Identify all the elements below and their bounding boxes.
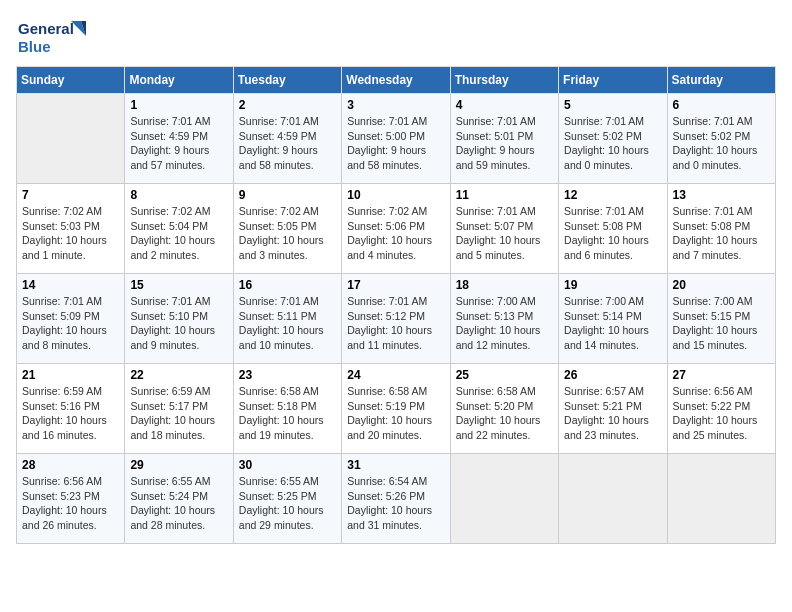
day-number: 20 [673, 278, 770, 292]
day-cell: 27Sunrise: 6:56 AMSunset: 5:22 PMDayligh… [667, 364, 775, 454]
day-number: 28 [22, 458, 119, 472]
day-number: 16 [239, 278, 336, 292]
day-cell: 18Sunrise: 7:00 AMSunset: 5:13 PMDayligh… [450, 274, 558, 364]
day-info: Sunrise: 7:01 AMSunset: 5:12 PMDaylight:… [347, 294, 444, 353]
day-info: Sunrise: 6:56 AMSunset: 5:22 PMDaylight:… [673, 384, 770, 443]
day-info: Sunrise: 7:00 AMSunset: 5:13 PMDaylight:… [456, 294, 553, 353]
day-cell: 8Sunrise: 7:02 AMSunset: 5:04 PMDaylight… [125, 184, 233, 274]
day-cell: 17Sunrise: 7:01 AMSunset: 5:12 PMDayligh… [342, 274, 450, 364]
day-number: 6 [673, 98, 770, 112]
day-cell: 29Sunrise: 6:55 AMSunset: 5:24 PMDayligh… [125, 454, 233, 544]
day-info: Sunrise: 7:01 AMSunset: 5:10 PMDaylight:… [130, 294, 227, 353]
day-number: 2 [239, 98, 336, 112]
day-number: 7 [22, 188, 119, 202]
day-info: Sunrise: 6:56 AMSunset: 5:23 PMDaylight:… [22, 474, 119, 533]
day-number: 10 [347, 188, 444, 202]
day-info: Sunrise: 7:01 AMSunset: 4:59 PMDaylight:… [239, 114, 336, 173]
day-info: Sunrise: 7:02 AMSunset: 5:04 PMDaylight:… [130, 204, 227, 263]
day-cell: 4Sunrise: 7:01 AMSunset: 5:01 PMDaylight… [450, 94, 558, 184]
day-info: Sunrise: 7:01 AMSunset: 5:08 PMDaylight:… [673, 204, 770, 263]
day-number: 18 [456, 278, 553, 292]
calendar-table: SundayMondayTuesdayWednesdayThursdayFrid… [16, 66, 776, 544]
day-cell [17, 94, 125, 184]
page-header: GeneralBlue [16, 16, 776, 56]
day-info: Sunrise: 7:02 AMSunset: 5:06 PMDaylight:… [347, 204, 444, 263]
day-info: Sunrise: 6:54 AMSunset: 5:26 PMDaylight:… [347, 474, 444, 533]
day-number: 17 [347, 278, 444, 292]
day-number: 11 [456, 188, 553, 202]
day-info: Sunrise: 7:02 AMSunset: 5:03 PMDaylight:… [22, 204, 119, 263]
logo-icon: GeneralBlue [16, 16, 96, 56]
day-cell: 20Sunrise: 7:00 AMSunset: 5:15 PMDayligh… [667, 274, 775, 364]
day-info: Sunrise: 6:55 AMSunset: 5:25 PMDaylight:… [239, 474, 336, 533]
day-cell: 13Sunrise: 7:01 AMSunset: 5:08 PMDayligh… [667, 184, 775, 274]
day-cell [450, 454, 558, 544]
day-info: Sunrise: 6:58 AMSunset: 5:20 PMDaylight:… [456, 384, 553, 443]
day-number: 27 [673, 368, 770, 382]
day-info: Sunrise: 6:57 AMSunset: 5:21 PMDaylight:… [564, 384, 661, 443]
day-info: Sunrise: 6:59 AMSunset: 5:16 PMDaylight:… [22, 384, 119, 443]
day-number: 25 [456, 368, 553, 382]
day-number: 31 [347, 458, 444, 472]
day-cell: 3Sunrise: 7:01 AMSunset: 5:00 PMDaylight… [342, 94, 450, 184]
week-row-4: 21Sunrise: 6:59 AMSunset: 5:16 PMDayligh… [17, 364, 776, 454]
day-info: Sunrise: 7:01 AMSunset: 5:08 PMDaylight:… [564, 204, 661, 263]
day-info: Sunrise: 6:55 AMSunset: 5:24 PMDaylight:… [130, 474, 227, 533]
day-cell: 31Sunrise: 6:54 AMSunset: 5:26 PMDayligh… [342, 454, 450, 544]
day-number: 19 [564, 278, 661, 292]
day-info: Sunrise: 7:01 AMSunset: 5:07 PMDaylight:… [456, 204, 553, 263]
day-cell: 24Sunrise: 6:58 AMSunset: 5:19 PMDayligh… [342, 364, 450, 454]
day-cell: 6Sunrise: 7:01 AMSunset: 5:02 PMDaylight… [667, 94, 775, 184]
day-number: 24 [347, 368, 444, 382]
header-cell-thursday: Thursday [450, 67, 558, 94]
day-cell: 1Sunrise: 7:01 AMSunset: 4:59 PMDaylight… [125, 94, 233, 184]
day-cell: 23Sunrise: 6:58 AMSunset: 5:18 PMDayligh… [233, 364, 341, 454]
svg-text:General: General [18, 20, 74, 37]
header-cell-saturday: Saturday [667, 67, 775, 94]
day-info: Sunrise: 6:59 AMSunset: 5:17 PMDaylight:… [130, 384, 227, 443]
header-cell-sunday: Sunday [17, 67, 125, 94]
day-cell: 5Sunrise: 7:01 AMSunset: 5:02 PMDaylight… [559, 94, 667, 184]
day-number: 12 [564, 188, 661, 202]
day-info: Sunrise: 7:00 AMSunset: 5:14 PMDaylight:… [564, 294, 661, 353]
header-row: SundayMondayTuesdayWednesdayThursdayFrid… [17, 67, 776, 94]
day-number: 21 [22, 368, 119, 382]
header-cell-wednesday: Wednesday [342, 67, 450, 94]
day-cell: 15Sunrise: 7:01 AMSunset: 5:10 PMDayligh… [125, 274, 233, 364]
header-cell-tuesday: Tuesday [233, 67, 341, 94]
day-info: Sunrise: 7:01 AMSunset: 5:01 PMDaylight:… [456, 114, 553, 173]
day-info: Sunrise: 7:01 AMSunset: 4:59 PMDaylight:… [130, 114, 227, 173]
day-cell [667, 454, 775, 544]
day-number: 5 [564, 98, 661, 112]
day-cell: 11Sunrise: 7:01 AMSunset: 5:07 PMDayligh… [450, 184, 558, 274]
day-cell: 16Sunrise: 7:01 AMSunset: 5:11 PMDayligh… [233, 274, 341, 364]
day-info: Sunrise: 7:02 AMSunset: 5:05 PMDaylight:… [239, 204, 336, 263]
day-number: 8 [130, 188, 227, 202]
day-number: 3 [347, 98, 444, 112]
day-cell: 7Sunrise: 7:02 AMSunset: 5:03 PMDaylight… [17, 184, 125, 274]
calendar-body: 1Sunrise: 7:01 AMSunset: 4:59 PMDaylight… [17, 94, 776, 544]
week-row-1: 1Sunrise: 7:01 AMSunset: 4:59 PMDaylight… [17, 94, 776, 184]
day-number: 30 [239, 458, 336, 472]
svg-text:Blue: Blue [18, 38, 51, 55]
day-number: 22 [130, 368, 227, 382]
calendar-header: SundayMondayTuesdayWednesdayThursdayFrid… [17, 67, 776, 94]
week-row-3: 14Sunrise: 7:01 AMSunset: 5:09 PMDayligh… [17, 274, 776, 364]
week-row-2: 7Sunrise: 7:02 AMSunset: 5:03 PMDaylight… [17, 184, 776, 274]
day-cell: 25Sunrise: 6:58 AMSunset: 5:20 PMDayligh… [450, 364, 558, 454]
day-info: Sunrise: 6:58 AMSunset: 5:18 PMDaylight:… [239, 384, 336, 443]
day-number: 29 [130, 458, 227, 472]
day-number: 13 [673, 188, 770, 202]
week-row-5: 28Sunrise: 6:56 AMSunset: 5:23 PMDayligh… [17, 454, 776, 544]
day-info: Sunrise: 6:58 AMSunset: 5:19 PMDaylight:… [347, 384, 444, 443]
header-cell-monday: Monday [125, 67, 233, 94]
day-cell: 10Sunrise: 7:02 AMSunset: 5:06 PMDayligh… [342, 184, 450, 274]
day-number: 14 [22, 278, 119, 292]
day-cell: 19Sunrise: 7:00 AMSunset: 5:14 PMDayligh… [559, 274, 667, 364]
day-cell: 26Sunrise: 6:57 AMSunset: 5:21 PMDayligh… [559, 364, 667, 454]
day-info: Sunrise: 7:00 AMSunset: 5:15 PMDaylight:… [673, 294, 770, 353]
header-cell-friday: Friday [559, 67, 667, 94]
day-info: Sunrise: 7:01 AMSunset: 5:09 PMDaylight:… [22, 294, 119, 353]
day-cell: 28Sunrise: 6:56 AMSunset: 5:23 PMDayligh… [17, 454, 125, 544]
day-number: 4 [456, 98, 553, 112]
